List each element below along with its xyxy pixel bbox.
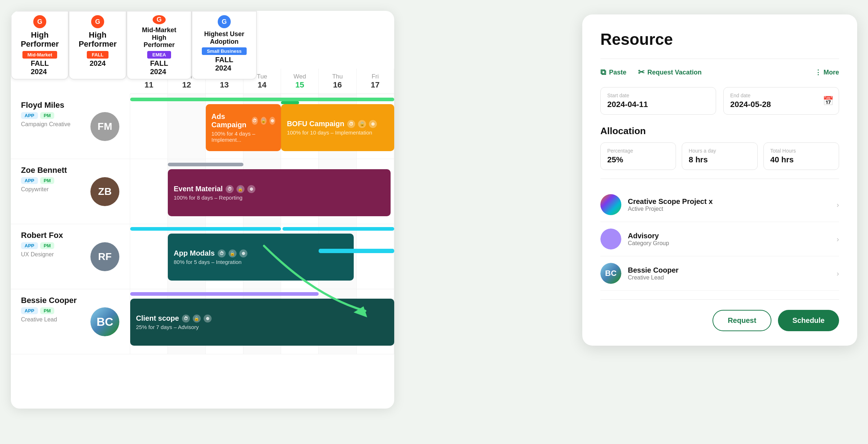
alloc-bar-zoe (168, 163, 243, 166)
resource-panel: Resource ⧉ Paste ✂ Request Vacation ⋮ Mo… (582, 14, 857, 346)
award-title-1: HighPerformer (21, 30, 59, 49)
bofu-indicator (281, 101, 299, 104)
award-badge-2: G HighPerformer FALL 2024 (69, 11, 127, 80)
task-bars-zoe: Event Material ⏱ 🔒 ⊕ 100% for 8 days – R… (130, 159, 394, 224)
resource-info-floyd: Floyd Miles APP PM Campaign Creative FM (11, 94, 130, 159)
creative-scope-sub: Active Project (628, 206, 830, 212)
end-date-value: 2024-05-28 (730, 100, 832, 109)
task-bar-app-modals[interactable]: App Modals ⏱ 🔒 ⊕ 80% for 5 days – Integr… (168, 234, 353, 281)
resource-name-bessie: Bessie Cooper (21, 296, 123, 305)
end-date-field[interactable]: End date 2024-05-28 📅 (723, 87, 839, 115)
task-icon-ev-2: 🔒 (237, 185, 244, 193)
bessie-info: Bessie Cooper Creative Lead (628, 266, 830, 281)
task-icon-1: ⏱ (252, 117, 258, 125)
task-title-bofu: BOFU Campaign ⏱ 🔒 ⊕ (287, 120, 388, 128)
task-sub-event: 100% for 8 days – Reporting (174, 195, 385, 201)
task-bar-bofu[interactable]: BOFU Campaign ⏱ 🔒 ⊕ 100% for 10 days – I… (281, 104, 394, 151)
resource-row-robert: Robert Fox APP PM UX Designer RF (11, 224, 394, 289)
end-date-label: End date (730, 93, 832, 98)
task-icon-bofu-1: ⏱ (347, 120, 355, 128)
percentage-value: 25% (607, 155, 669, 165)
award-ribbon-4: Small Business (202, 47, 247, 55)
award-title-4: Highest UserAdoption (204, 30, 244, 45)
avatar-bessie: BC (90, 307, 119, 336)
award-badge-4: G Highest UserAdoption Small Business FA… (192, 11, 257, 80)
start-date-value: 2024-04-11 (607, 100, 709, 109)
award-badge-1: G HighPerformer Mid-Market FALL2024 (11, 11, 69, 80)
task-icon-ev-1: ⏱ (226, 185, 234, 193)
day-col-fri: Fri 17 (357, 69, 394, 94)
schedule-button[interactable]: Schedule (778, 310, 839, 331)
bessie-list-sub: Creative Lead (628, 274, 830, 281)
divider-top (600, 59, 839, 59)
divider-bottom (600, 299, 839, 300)
task-bar-ads-campaign[interactable]: Ads Campaign ⏱ 🔒 ⊕ 100% for 4 days – Imp… (206, 104, 281, 151)
tag-pm-zoe: PM (40, 177, 55, 184)
resource-rows: Floyd Miles APP PM Campaign Creative FM (11, 94, 394, 409)
task-title-ads: Ads Campaign ⏱ 🔒 ⊕ (212, 112, 276, 129)
task-sub-app-modals: 80% for 5 days – Integration (174, 259, 348, 265)
percentage-field[interactable]: Percentage 25% (600, 142, 676, 170)
divider-mid (600, 179, 839, 179)
award-year-4: FALL2024 (215, 56, 233, 72)
task-bar-client-scope[interactable]: Client scope ⏱ 🔒 ⊕ 25% for 7 days – Advi… (130, 299, 394, 346)
avatar-zoe: ZB (90, 177, 119, 206)
total-field[interactable]: Total Hours 40 hrs (763, 142, 839, 170)
chevron-right-icon-2: › (837, 235, 839, 243)
bessie-person-icon: BC (600, 263, 621, 284)
total-label: Total Hours (770, 148, 832, 154)
start-date-label: Start date (607, 93, 709, 98)
panel-title: Resource (600, 30, 839, 48)
start-date-field[interactable]: Start date 2024-04-11 (600, 87, 716, 115)
chevron-right-icon-3: › (837, 269, 839, 278)
advisory-avatar (600, 229, 621, 249)
avatar-robert: RF (90, 242, 119, 271)
task-bar-event-material[interactable]: Event Material ⏱ 🔒 ⊕ 100% for 8 days – R… (168, 169, 391, 216)
request-vacation-action[interactable]: ✂ Request Vacation (638, 68, 702, 77)
creative-scope-info: Creative Scope Project x Active Project (628, 197, 830, 212)
awards-row: G HighPerformer Mid-Market FALL2024 G Hi… (11, 11, 257, 80)
task-sub-ads: 100% for 4 days – Implement... (212, 131, 276, 143)
task-sub-client-scope: 25% for 7 days – Advisory (136, 324, 388, 330)
creative-scope-name: Creative Scope Project x (628, 197, 830, 206)
task-title-event: Event Material ⏱ 🔒 ⊕ (174, 185, 385, 193)
task-icon-bofu-3: ⊕ (369, 120, 377, 128)
resource-info-bessie: Bessie Cooper APP PM Creative Lead BC (11, 289, 130, 354)
hours-value: 8 hrs (689, 155, 750, 165)
alloc-bar-robert-1 (130, 227, 281, 231)
tag-app-bessie: APP (21, 307, 38, 314)
calendar-icon[interactable]: 📅 (823, 96, 834, 106)
resource-row-bessie: Bessie Cooper APP PM Creative Lead BC (11, 289, 394, 354)
resource-row-zoe: Zoe Bennett APP PM Copywriter ZB (11, 159, 394, 224)
g2-logo-3: G (153, 15, 166, 24)
avatar-floyd: FM (90, 112, 119, 141)
g2-logo-1: G (33, 15, 46, 28)
hours-field[interactable]: Hours a day 8 hrs (682, 142, 757, 170)
paste-action[interactable]: ⧉ Paste (600, 68, 626, 77)
resource-name-zoe: Zoe Bennett (21, 166, 123, 175)
task-icon-2: 🔒 (261, 117, 267, 125)
task-icon-am-2: 🔒 (229, 249, 237, 257)
allocation-section: Allocation Percentage 25% Hours a day 8 … (600, 125, 839, 170)
list-item-bessie[interactable]: BC Bessie Cooper Creative Lead › (600, 256, 839, 291)
date-row: Start date 2024-04-11 End date 2024-05-2… (600, 87, 839, 115)
more-action[interactable]: ⋮ More (815, 68, 839, 76)
task-title-client-scope: Client scope ⏱ 🔒 ⊕ (136, 314, 388, 323)
task-icon-cs-2: 🔒 (193, 315, 201, 323)
list-item-advisory[interactable]: Advisory Category Group › (600, 222, 839, 256)
alloc-bar-robert-2 (282, 227, 394, 231)
gantt-panel: G HighPerformer Mid-Market FALL2024 G Hi… (11, 11, 394, 409)
resource-info-zoe: Zoe Bennett APP PM Copywriter ZB (11, 159, 130, 224)
award-ribbon-2: FALL (87, 51, 109, 59)
request-button[interactable]: Request (712, 310, 771, 331)
allocation-title: Allocation (600, 125, 839, 137)
day-col-thu: Thu 16 (319, 69, 356, 94)
alloc-bar-floyd-green (130, 98, 394, 101)
task-sub-bofu: 100% for 10 days – Implementation (287, 129, 388, 136)
list-item-creative-scope[interactable]: Creative Scope Project x Active Project … (600, 188, 839, 222)
creative-scope-avatar (600, 194, 621, 215)
percentage-label: Percentage (607, 148, 669, 154)
task-icon-am-1: ⏱ (218, 249, 226, 257)
vacation-label: Request Vacation (647, 69, 702, 76)
award-year-1: FALL2024 (31, 59, 49, 76)
